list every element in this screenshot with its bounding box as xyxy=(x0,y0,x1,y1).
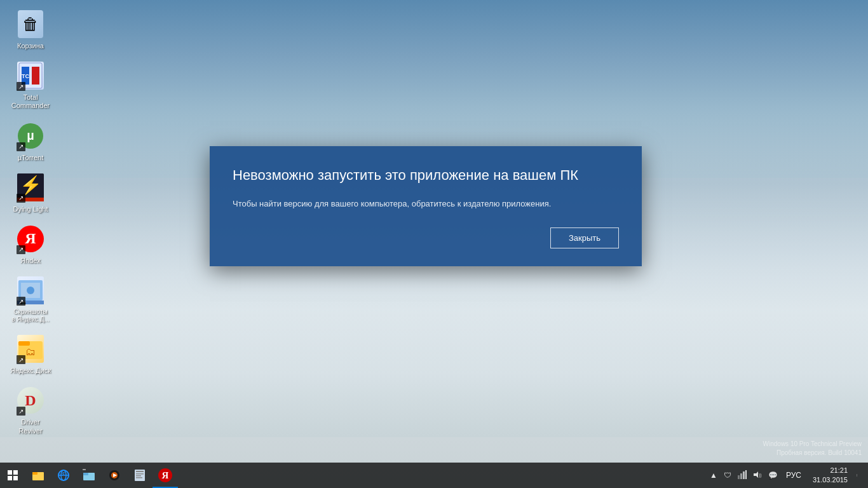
taskbar-notepad[interactable] xyxy=(127,463,153,488)
shortcut-arrow: ↗ xyxy=(17,245,25,254)
watermark-line1: Windows 10 Pro Technical Preview xyxy=(763,440,862,449)
driver-reviver-label: DriverReviver xyxy=(18,418,42,435)
recycle-icon: 🗑 xyxy=(18,10,43,38)
error-dialog: Невозможно запустить это приложение на в… xyxy=(210,146,642,266)
dying-light-label: Dying Light xyxy=(13,205,48,214)
shortcut-arrow: ↗ xyxy=(17,355,25,364)
taskbar-yandex-browser[interactable]: Я xyxy=(153,463,178,488)
desktop-icon-screenshots[interactable]: 📷 ↗ Скриншотыв Яндекс.Д... xyxy=(6,273,55,326)
svg-rect-29 xyxy=(136,473,144,475)
tray-action-center[interactable]: 💬 xyxy=(766,470,780,481)
svg-rect-30 xyxy=(136,475,141,477)
svg-rect-34 xyxy=(743,471,745,479)
desktop-icon-recycle[interactable]: 🗑 Корзина xyxy=(6,6,55,53)
tray-language[interactable]: РУС xyxy=(782,471,805,480)
svg-rect-31 xyxy=(136,477,142,478)
taskbar-internet-explorer[interactable]: e xyxy=(51,463,76,488)
desktop-icon-dying-light[interactable]: ⚡ ↗ Dying Light xyxy=(6,170,55,216)
taskbar: e xyxy=(0,463,868,488)
recycle-label: Корзина xyxy=(17,42,44,50)
start-button[interactable] xyxy=(0,463,25,488)
screenshots-label: Скриншотыв Яндекс.Д... xyxy=(11,308,50,323)
svg-marker-36 xyxy=(754,471,758,478)
utorrent-label: µTorrent xyxy=(18,154,44,162)
dialog-close-button[interactable]: Закрыть xyxy=(550,227,619,248)
windows-logo-icon xyxy=(8,470,18,480)
svg-rect-33 xyxy=(740,473,742,479)
svg-text:⚡: ⚡ xyxy=(20,175,42,196)
tray-security[interactable]: 🛡 xyxy=(722,470,733,481)
svg-rect-23 xyxy=(83,469,86,470)
clock-date: 31.03.2015 xyxy=(813,475,848,485)
shortcut-arrow: ↗ xyxy=(17,82,25,91)
svg-rect-32 xyxy=(738,475,740,479)
svg-point-9 xyxy=(27,287,34,294)
svg-text:e: e xyxy=(62,470,65,476)
dialog-title: Невозможно запустить это приложение на в… xyxy=(233,166,619,185)
watermark-line2: Пробная версия. Build 10041 xyxy=(763,449,862,458)
windows-watermark: Windows 10 Pro Technical Preview Пробная… xyxy=(763,440,862,458)
svg-text:🗂: 🗂 xyxy=(25,346,36,357)
tray-network[interactable] xyxy=(736,469,749,482)
taskbar-media-player[interactable] xyxy=(102,463,127,488)
taskbar-clock[interactable]: 21:21 31.03.2015 xyxy=(808,466,853,485)
desktop-icon-yandex-disk[interactable]: 🗂 ↗ Яндекс.Диск xyxy=(6,331,55,377)
svg-rect-28 xyxy=(136,471,144,472)
tray-chevron[interactable]: ▲ xyxy=(708,470,719,481)
shortcut-arrow: ↗ xyxy=(17,142,25,151)
desktop-icon-utorrent[interactable]: µ ↗ µTorrent xyxy=(6,118,55,165)
desktop-icons-container: 🗑 Корзина TC ↗ TotalCommander µ ↗ µTorre… xyxy=(6,6,55,438)
taskbar-apps: e xyxy=(25,463,703,488)
total-commander-label: TotalCommander xyxy=(11,93,50,110)
desktop-icon-total-commander[interactable]: TC ↗ TotalCommander xyxy=(6,58,55,112)
desktop-icon-yandex[interactable]: Я ↗ Яndex xyxy=(6,221,55,268)
desktop-icon-driver-reviver[interactable]: D ↗ DriverReviver xyxy=(6,383,55,437)
clock-time: 21:21 xyxy=(830,466,848,475)
dialog-footer: Закрыть xyxy=(233,227,619,248)
taskbar-tray: ▲ 🛡 )) 💬 РУС 21:21 31.03.2015 xyxy=(703,463,868,488)
svg-rect-2 xyxy=(32,67,39,85)
tray-volume[interactable]: )) xyxy=(751,469,764,482)
svg-text:TC: TC xyxy=(22,73,29,79)
svg-rect-35 xyxy=(745,470,747,479)
svg-rect-13 xyxy=(18,341,30,346)
shortcut-arrow: ↗ xyxy=(17,407,25,416)
shortcut-arrow: ↗ xyxy=(17,297,25,306)
taskbar-folder[interactable] xyxy=(76,463,102,488)
taskbar-file-explorer[interactable] xyxy=(25,463,51,488)
tray-show-desktop[interactable] xyxy=(857,474,863,477)
dialog-body: Чтобы найти версию для вашего компьютера… xyxy=(233,198,619,210)
svg-rect-22 xyxy=(83,473,88,475)
yandex-label: Яndex xyxy=(20,257,41,265)
svg-rect-16 xyxy=(32,472,37,475)
yandex-disk-label: Яндекс.Диск xyxy=(10,367,51,375)
shortcut-arrow: ↗ xyxy=(17,194,25,203)
svg-text:)): )) xyxy=(759,473,762,478)
